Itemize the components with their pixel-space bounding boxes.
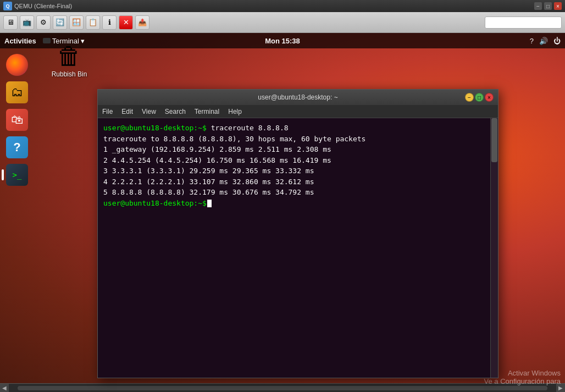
tb-clipboard-button[interactable]: 📋 bbox=[86, 15, 100, 30]
rubbish-bin-label: Rubbish Bin bbox=[52, 70, 87, 78]
tb-info-button[interactable]: ℹ bbox=[102, 15, 117, 30]
menu-terminal[interactable]: Terminal bbox=[195, 108, 219, 115]
help-icon: ? bbox=[6, 136, 28, 158]
menu-file[interactable]: File bbox=[102, 108, 113, 115]
terminal-prompt-2: user@ubuntu18-desktop:~$ bbox=[103, 199, 207, 207]
terminal-empty-space bbox=[103, 208, 487, 373]
terminal-menu-icon bbox=[43, 38, 51, 43]
accessibility-icon[interactable]: ? bbox=[530, 37, 534, 45]
menu-edit[interactable]: Edit bbox=[121, 108, 133, 115]
terminal-menu[interactable]: Terminal ▾ bbox=[43, 37, 85, 45]
desktop: Q QEMU (Cliente-Final) − □ × 🖥 📺 ⚙ 🔄 🪟 📋… bbox=[0, 0, 565, 392]
tb-monitor-button[interactable]: 🖥 bbox=[3, 15, 18, 30]
qemu-title: QEMU (Cliente-Final) bbox=[14, 3, 534, 9]
terminal-window: user@ubuntu18-desktop: ~ − □ × File Edit… bbox=[97, 89, 498, 378]
tb-display-button[interactable]: 📺 bbox=[20, 15, 34, 30]
scroll-track[interactable] bbox=[18, 386, 547, 390]
tb-settings-button[interactable]: ⚙ bbox=[36, 15, 51, 30]
scroll-left-arrow[interactable]: ◀ bbox=[0, 384, 9, 393]
qemu-toolbar: 🖥 📺 ⚙ 🔄 🪟 📋 ℹ ✕ 📤 bbox=[0, 12, 565, 33]
terminal-menu-arrow: ▾ bbox=[81, 37, 85, 45]
rubbish-bin-desktop-icon[interactable]: 🗑 Rubbish Bin bbox=[47, 44, 91, 78]
menu-search[interactable]: Search bbox=[165, 108, 186, 115]
dock-item-firefox[interactable] bbox=[5, 53, 29, 77]
menu-view[interactable]: View bbox=[142, 108, 156, 115]
terminal-window-controls: − □ × bbox=[465, 93, 494, 102]
dock-item-files[interactable]: 🗂 bbox=[5, 80, 29, 104]
scroll-handle[interactable] bbox=[491, 118, 497, 162]
terminal-content[interactable]: user@ubuntu18-desktop:~$ traceroute 8.8.… bbox=[98, 118, 498, 378]
menu-help[interactable]: Help bbox=[228, 108, 242, 115]
terminal-scrollbar[interactable] bbox=[490, 118, 498, 378]
clock: Mon 15:38 bbox=[265, 37, 300, 45]
appcenter-icon: 🛍 bbox=[6, 109, 28, 131]
volume-icon[interactable]: 🔊 bbox=[539, 37, 548, 45]
activities-button[interactable]: Activities bbox=[4, 37, 36, 45]
terminal-close-button[interactable]: × bbox=[485, 93, 494, 102]
terminal-prompt-1: user@ubuntu18-desktop:~$ bbox=[103, 124, 207, 132]
watermark-line2: Ve a Configuración para bbox=[484, 377, 561, 385]
dock-item-help[interactable]: ? bbox=[5, 135, 29, 159]
dock: 🗂 🛍 ? >_ bbox=[0, 48, 34, 187]
tb-refresh-button[interactable]: 🔄 bbox=[53, 15, 67, 30]
qemu-icon: Q bbox=[3, 2, 12, 10]
terminal-maximize-button[interactable]: □ bbox=[475, 93, 484, 102]
terminal-titlebar: user@ubuntu18-desktop: ~ − □ × bbox=[98, 90, 498, 105]
panel-right-icons: ? 🔊 ⏻ bbox=[530, 37, 561, 45]
terminal-line-8: user@ubuntu18-desktop:~$ bbox=[103, 198, 487, 209]
terminal-menubar: File Edit View Search Terminal Help bbox=[98, 105, 498, 118]
qemu-search-input[interactable] bbox=[485, 16, 562, 29]
files-icon: 🗂 bbox=[6, 81, 28, 103]
terminal-line-4: 2 4.4.5.254 (4.4.5.254) 16.750 ms 16.568… bbox=[103, 155, 487, 166]
terminal-dock-icon: >_ bbox=[6, 164, 28, 186]
tb-export-button[interactable]: 📤 bbox=[135, 15, 149, 30]
qemu-close-button[interactable]: × bbox=[554, 2, 562, 10]
qemu-minimize-button[interactable]: − bbox=[534, 2, 542, 10]
terminal-line-1: user@ubuntu18-desktop:~$ traceroute 8.8.… bbox=[103, 123, 487, 134]
power-icon[interactable]: ⏻ bbox=[553, 37, 561, 45]
bottom-scrollbar: ◀ ▶ bbox=[0, 383, 565, 392]
tb-window-button[interactable]: 🪟 bbox=[69, 15, 84, 30]
terminal-line-6: 4 2.2.2.1 (2.2.2.1) 33.107 ms 32.860 ms … bbox=[103, 176, 487, 187]
terminal-command-1: traceroute 8.8.8.8 bbox=[207, 124, 289, 132]
dock-item-appcenter[interactable]: 🛍 bbox=[5, 108, 29, 132]
terminal-line-7: 5 8.8.8.8 (8.8.8.8) 32.179 ms 30.676 ms … bbox=[103, 187, 487, 198]
tb-stop-button[interactable]: ✕ bbox=[119, 15, 133, 30]
dock-item-terminal[interactable]: >_ bbox=[5, 163, 29, 187]
cursor bbox=[207, 200, 212, 207]
qemu-window-controls: − □ × bbox=[534, 2, 562, 10]
qemu-maximize-button[interactable]: □ bbox=[544, 2, 552, 10]
terminal-menu-label: Terminal bbox=[52, 37, 79, 45]
terminal-line-5: 3 3.3.3.1 (3.3.3.1) 29.259 ms 29.365 ms … bbox=[103, 165, 487, 176]
qemu-bar: Q QEMU (Cliente-Final) − □ × bbox=[0, 0, 565, 12]
ubuntu-panel: Activities Terminal ▾ Mon 15:38 ? 🔊 ⏻ bbox=[0, 33, 565, 48]
firefox-icon bbox=[6, 54, 28, 76]
terminal-title: user@ubuntu18-desktop: ~ bbox=[258, 93, 337, 101]
terminal-line-3: 1 _gateway (192.168.9.254) 2.859 ms 2.51… bbox=[103, 144, 487, 155]
terminal-minimize-button[interactable]: − bbox=[465, 93, 474, 102]
terminal-line-2: traceroute to 8.8.8.8 (8.8.8.8), 30 hops… bbox=[103, 134, 487, 145]
